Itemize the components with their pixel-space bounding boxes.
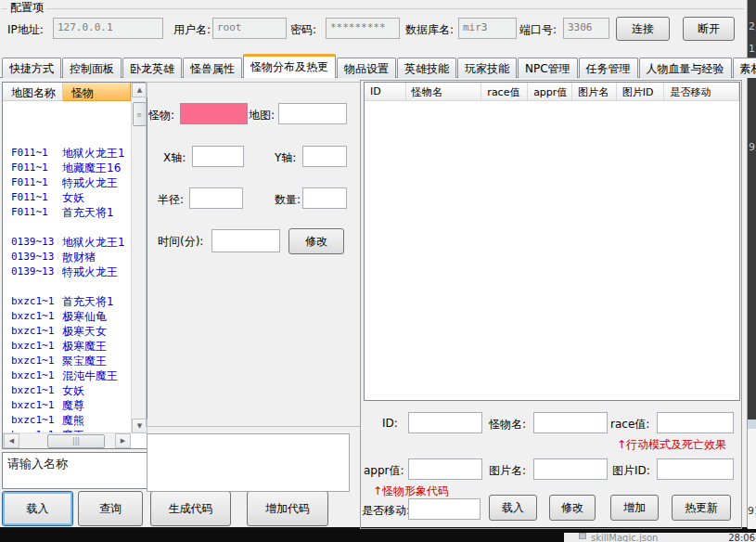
table-column-header[interactable]: 是否移动 [664, 83, 739, 100]
id-label: ID: [382, 417, 398, 430]
generate-code-button[interactable]: 生成代码 [150, 491, 231, 526]
count-field[interactable] [302, 187, 347, 209]
column-header-monster[interactable]: 怪物 [63, 83, 131, 101]
tab-item-9[interactable]: 任务管理 [579, 58, 638, 78]
monster-name-field[interactable] [533, 412, 608, 433]
radius-field[interactable] [189, 187, 243, 209]
vertical-scrollbar-thumb[interactable]: ≡ [133, 102, 147, 126]
tab-item-6[interactable]: 英雄技能 [397, 58, 456, 78]
time-field[interactable] [211, 229, 280, 252]
tab-item-1[interactable]: 控制面板 [62, 58, 122, 78]
list-item[interactable]: bxzc1~1聚宝魔王 [3, 354, 131, 368]
code-output-box[interactable] [147, 433, 350, 492]
tab-item-8[interactable]: NPC管理 [518, 58, 578, 78]
list-item[interactable]: bxzc1~1混沌牛魔王 [3, 368, 131, 383]
monster-table-header: ID怪物名race值appr值图片名图片ID是否移动 [365, 83, 739, 101]
list-item[interactable]: bxzc1~1极寒魔王 [3, 339, 131, 354]
port-field[interactable]: 3306 [563, 18, 609, 39]
list-item[interactable]: F011~1女妖 [3, 190, 131, 205]
username-field[interactable]: root [212, 18, 287, 39]
tab-bar: 快捷方式控制面板卧龙英雄怪兽属性怪物分布及热更物品设置英雄技能玩家技能NPC管理… [2, 54, 756, 78]
database-field[interactable]: mir3 [458, 18, 517, 39]
appr-hint: ↑怪物形象代码 [373, 484, 449, 499]
list-item-monster: 极寒魔王 [60, 339, 107, 354]
monster-table: ID怪物名race值appr值图片名图片ID是否移动 [364, 82, 740, 401]
list-item[interactable] [3, 131, 131, 146]
id-field[interactable] [408, 412, 482, 433]
monster-load-button[interactable]: 载入 [489, 495, 537, 521]
list-item[interactable]: bxzc1~1魔尊 [3, 398, 131, 413]
list-item[interactable]: F011~1地藏魔王16 [3, 161, 131, 175]
list-item[interactable] [3, 116, 131, 131]
table-column-header[interactable]: 图片名 [572, 83, 617, 100]
list-item-map: F011~1 [3, 161, 60, 175]
list-item[interactable]: bxzc1~1女妖 [3, 383, 131, 398]
ip-field[interactable]: 127.0.0.1 [53, 18, 163, 39]
horizontal-scrollbar-thumb[interactable]: ||| [47, 434, 105, 448]
tab-item-5[interactable]: 物品设置 [337, 58, 396, 78]
monster-label: 怪物: [148, 108, 174, 123]
table-column-header[interactable]: ID [365, 83, 406, 100]
background-file-row: skillMagic.json 28:06 [564, 533, 756, 542]
hot-update-button[interactable]: 热更新 [672, 495, 731, 521]
map-field[interactable] [278, 103, 347, 124]
movable-field[interactable] [408, 498, 481, 520]
tab-item-11[interactable]: 素材热更 [733, 58, 756, 78]
x-axis-field[interactable] [192, 146, 244, 167]
y-axis-field[interactable] [302, 146, 347, 167]
tab-item-4[interactable]: 怪物分布及热更 [243, 54, 336, 78]
tab-item-3[interactable]: 怪兽属性 [183, 58, 242, 78]
list-item[interactable]: bxzc1~1极寒仙龟 [3, 309, 131, 324]
image-name-field[interactable] [533, 458, 608, 480]
query-button[interactable]: 查询 [78, 491, 143, 526]
list-item[interactable]: 0139~13地狱火龙王1 [3, 235, 131, 250]
list-item-map: bxzc1~1 [3, 294, 60, 309]
name-search-input[interactable]: 请输入名称 [2, 452, 147, 489]
monster-modify-button[interactable]: 修改 [549, 495, 596, 521]
table-column-header[interactable]: 图片ID [617, 83, 665, 100]
password-label: 密码: [290, 22, 316, 38]
list-item[interactable] [3, 279, 131, 294]
password-field[interactable]: ********* [326, 18, 400, 39]
vertical-scrollbar[interactable]: ▲ ≡ ▼ [131, 83, 147, 433]
list-item[interactable]: 0139~13特戒火龙王 [3, 265, 131, 279]
appr-label: appr值: [364, 463, 404, 479]
tab-item-7[interactable]: 玩家技能 [457, 58, 517, 78]
list-item[interactable] [3, 220, 131, 235]
disconnect-button[interactable]: 断开 [683, 17, 735, 41]
tab-item-10[interactable]: 人物血量与经验 [639, 58, 732, 78]
tab-item-0[interactable]: 快捷方式 [2, 58, 61, 78]
add-code-button[interactable]: 增加代码 [247, 491, 328, 526]
monster-add-button[interactable]: 增加 [610, 495, 659, 521]
list-item[interactable]: bxzc1~1魔熊 [3, 413, 131, 428]
race-field[interactable] [657, 412, 734, 433]
list-item[interactable]: F011~1地狱火龙王1 [3, 146, 131, 161]
database-label: 数据库名: [405, 22, 454, 38]
list-item-monster [60, 101, 62, 116]
table-column-header[interactable]: appr值 [528, 83, 572, 100]
list-item[interactable]: 0139~13散财猪 [3, 250, 131, 265]
horizontal-scrollbar[interactable]: ◀ ||| ▶ [3, 432, 131, 448]
appr-field[interactable] [408, 458, 482, 480]
modify-button[interactable]: 修改 [288, 228, 344, 254]
list-item[interactable]: bxzc1~1极寒天女 [3, 324, 131, 339]
table-column-header[interactable]: race值 [481, 83, 528, 100]
scroll-right-icon[interactable]: ▶ [115, 433, 131, 448]
spawn-form-panel [146, 82, 361, 427]
ip-label: IP地址: [7, 22, 44, 38]
connect-button[interactable]: 连接 [616, 17, 670, 41]
load-button[interactable]: 载入 [2, 491, 73, 526]
table-column-header[interactable]: 怪物名 [406, 83, 482, 100]
config-group-label: 配置项 [7, 0, 46, 16]
column-header-map[interactable]: 地图名称 [3, 83, 63, 101]
list-item[interactable] [3, 101, 131, 116]
tab-item-2[interactable]: 卧龙英雄 [122, 58, 182, 78]
list-item-map: 0139~13 [3, 235, 60, 250]
list-item[interactable]: bxzc1~1首充天将1 [3, 294, 131, 309]
scroll-left-icon[interactable]: ◀ [4, 433, 19, 448]
list-item[interactable]: F011~1特戒火龙王 [3, 175, 131, 190]
list-item[interactable]: F011~1首充天将1 [3, 205, 131, 220]
list-item-map: bxzc1~1 [3, 339, 60, 354]
monster-field[interactable] [180, 103, 248, 124]
image-id-field[interactable] [657, 458, 734, 480]
